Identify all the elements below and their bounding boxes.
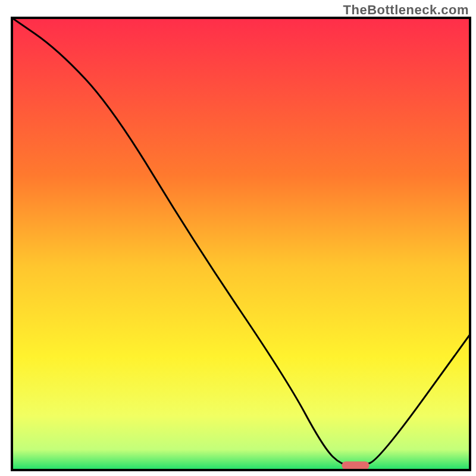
optimal-marker — [342, 461, 369, 469]
bottleneck-plot — [0, 0, 476, 476]
watermark-text: TheBottleneck.com — [343, 2, 469, 18]
gradient-background — [12, 18, 470, 470]
chart-canvas: TheBottleneck.com — [0, 0, 476, 476]
